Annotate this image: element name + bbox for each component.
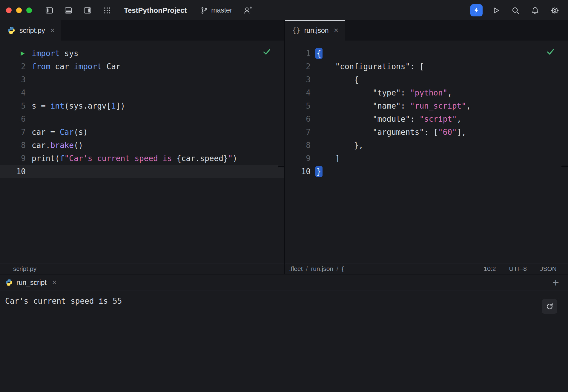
titlebar: TestPythonProject master [0, 0, 568, 20]
git-branch-button[interactable]: master [200, 6, 232, 14]
line-number: 7 [0, 126, 26, 139]
file-language[interactable]: JSON [540, 265, 557, 272]
code-line[interactable]: import sys [0, 47, 284, 60]
search-button[interactable] [509, 4, 522, 17]
gear-icon [550, 6, 559, 15]
line-number: 10 [0, 165, 26, 178]
tab-script-py[interactable]: script.py × [0, 20, 61, 41]
code-line[interactable]: 7car = Car(s) [0, 126, 284, 139]
scrollbar-stub[interactable] [561, 166, 568, 167]
editor-run-json[interactable]: 1{2 "configurations": [3 {4 "type": "pyt… [285, 41, 568, 263]
run-gutter-icon[interactable] [0, 47, 26, 60]
code-text: "configurations": [ [311, 60, 424, 73]
line-number: 2 [0, 60, 26, 73]
toggle-left-panel-button[interactable] [43, 4, 56, 17]
inspections-ok-icon[interactable] [262, 47, 271, 56]
rerun-button[interactable] [542, 299, 557, 314]
add-user-icon [243, 6, 252, 15]
scrollbar-stub[interactable] [278, 166, 284, 167]
breadcrumb-file[interactable]: run.json [311, 265, 333, 272]
tab-run-json[interactable]: {} run.json × [285, 20, 345, 41]
run-button[interactable] [489, 4, 502, 17]
settings-button[interactable] [548, 4, 561, 17]
line-number: 5 [285, 99, 311, 112]
editor-script-py[interactable]: import sys2from car import Car345s = int… [0, 41, 284, 263]
code-text [26, 165, 32, 178]
code-line[interactable]: 10 [0, 165, 284, 178]
workspaces-menu-button[interactable] [101, 4, 114, 17]
window-controls [6, 7, 32, 13]
code-line[interactable]: 8car.brake() [0, 139, 284, 152]
add-tab-button[interactable]: + [552, 277, 559, 288]
code-line[interactable]: 9print(f"Car's current speed is {car.spe… [0, 152, 284, 165]
smart-mode-button[interactable] [470, 4, 483, 16]
code-text: from car import Car [26, 60, 120, 73]
notifications-button[interactable] [529, 4, 542, 17]
statusbar-filename[interactable]: script.py [13, 265, 36, 272]
code-line[interactable]: 9 ] [285, 152, 568, 165]
line-number: 5 [0, 99, 26, 112]
python-icon [7, 26, 16, 35]
collaborate-button[interactable] [241, 4, 254, 17]
code-line[interactable]: 7 "arguments": ["60"], [285, 126, 568, 139]
lightning-icon [473, 7, 481, 14]
code-text: }, [311, 139, 363, 152]
code-line[interactable]: 5s = int(sys.argv[1]) [0, 99, 284, 112]
code-area-run-json: 1{2 "configurations": [3 {4 "type": "pyt… [285, 41, 568, 178]
code-line[interactable]: 5 "name": "run_script", [285, 99, 568, 112]
close-tab-icon[interactable]: × [50, 27, 55, 35]
line-number: 3 [285, 73, 311, 86]
line-number: 2 [285, 60, 311, 73]
breadcrumb-root[interactable]: .fleet [289, 265, 303, 272]
code-text [26, 86, 32, 99]
panel-toggles [43, 4, 94, 17]
line-number: 4 [0, 86, 26, 99]
code-text: } [311, 165, 321, 178]
code-text: "arguments": ["60"], [311, 126, 466, 139]
code-line[interactable]: 3 [0, 73, 284, 86]
code-line[interactable]: 8 }, [285, 139, 568, 152]
run-output-area: Car's current speed is 55 [0, 291, 568, 392]
line-number: 9 [285, 152, 311, 165]
refresh-icon [546, 303, 554, 311]
code-text: "name": "run_script", [311, 99, 471, 112]
code-line[interactable]: 1{ [285, 47, 568, 60]
code-line[interactable]: 4 "type": "python", [285, 86, 568, 99]
line-number: 8 [0, 139, 26, 152]
toggle-right-panel-button[interactable] [81, 4, 94, 17]
file-encoding[interactable]: UTF-8 [509, 265, 527, 272]
code-line[interactable]: 6 [0, 112, 284, 126]
code-text: car.brake() [26, 139, 83, 152]
tab-run-script[interactable]: run_script × [5, 279, 57, 287]
branch-name: master [211, 6, 232, 14]
titlebar-actions [470, 4, 561, 17]
code-line[interactable]: 2 "configurations": [ [285, 60, 568, 73]
caret-position[interactable]: 10:2 [484, 265, 496, 272]
code-line[interactable]: 3 { [285, 73, 568, 86]
code-text: { [311, 73, 359, 86]
code-text: print(f"Car's current speed is {car.spee… [26, 152, 237, 165]
editor-split: script.py × import sys2from car import C… [0, 20, 568, 274]
code-line[interactable]: 10} [285, 165, 568, 178]
run-panel: run_script × + Car's current speed is 55 [0, 274, 568, 392]
code-text [26, 112, 32, 126]
zoom-window-button[interactable] [26, 7, 32, 13]
project-title[interactable]: TestPythonProject [124, 6, 187, 15]
line-number: 6 [285, 112, 311, 126]
code-line[interactable]: 2from car import Car [0, 60, 284, 73]
breadcrumb-node[interactable]: { [342, 265, 344, 272]
json-file-icon: {} [292, 27, 300, 34]
statusbar-info: 10:2 UTF-8 JSON [484, 265, 557, 272]
toggle-bottom-panel-button[interactable] [62, 4, 75, 17]
inspections-ok-icon[interactable] [546, 47, 555, 56]
close-tab-icon[interactable]: × [334, 27, 339, 35]
close-tab-icon[interactable]: × [52, 279, 57, 287]
close-window-button[interactable] [6, 7, 12, 13]
code-line[interactable]: 6 "module": "script", [285, 112, 568, 126]
code-text: car = Car(s) [26, 126, 88, 139]
minimize-window-button[interactable] [16, 7, 22, 13]
panel-left-icon [45, 6, 54, 15]
code-line[interactable]: 4 [0, 86, 284, 99]
editor-pane-right: {} run.json × 1{2 "configurations": [3 {… [285, 20, 568, 274]
statusbar-left: script.py [0, 263, 284, 274]
